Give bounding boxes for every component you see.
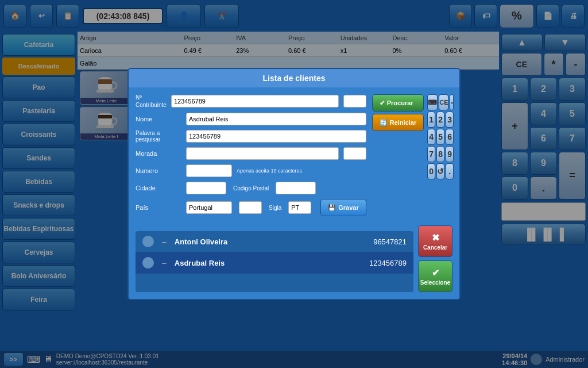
refresh-icon: 🔄 bbox=[380, 119, 388, 126]
modal-btn-dot[interactable]: . bbox=[446, 163, 454, 179]
nif-row: Nº Contribuinte bbox=[136, 94, 366, 108]
customer-nif-2: 123456789 bbox=[369, 259, 407, 267]
avatar-2 bbox=[142, 257, 154, 269]
modal-btn-6[interactable]: 6 bbox=[446, 129, 454, 145]
check-icon: ✔ bbox=[432, 267, 439, 278]
nome-label: Nome bbox=[136, 116, 181, 122]
procurar-button[interactable]: ✔ Procurar bbox=[372, 94, 424, 112]
customer-name-1: Antoni Oliveira bbox=[175, 237, 368, 246]
modal-dash-btn[interactable]: - bbox=[450, 94, 454, 110]
modal-btn-0[interactable]: 0 bbox=[427, 163, 435, 179]
sigla-label: Sigla bbox=[269, 205, 281, 211]
codigo-postal-input[interactable] bbox=[276, 182, 316, 194]
numero-input[interactable] bbox=[186, 164, 232, 177]
cancelar-button[interactable]: ✖ Cancelar bbox=[418, 225, 452, 257]
customer-nif-1: 96547821 bbox=[373, 237, 407, 246]
pais-input[interactable] bbox=[186, 201, 232, 214]
sigla-input[interactable] bbox=[288, 201, 311, 214]
cidade-label: Cidade bbox=[136, 185, 181, 191]
pais-extra-input[interactable] bbox=[239, 201, 262, 214]
customer-modal: Lista de clientes Nº Contribuinte bbox=[127, 68, 461, 300]
modal-btn-3[interactable]: 3 bbox=[446, 112, 454, 128]
cancel-icon: ✖ bbox=[432, 232, 439, 243]
modal-right-panel: ✔ Procurar 🔄 Reiniciar ⌨ CE - bbox=[372, 94, 454, 221]
avatar-1 bbox=[142, 236, 154, 247]
cidade-input[interactable] bbox=[186, 182, 226, 194]
modal-form-buttons: ✔ Procurar 🔄 Reiniciar bbox=[372, 94, 424, 221]
nome-row: Nome bbox=[136, 113, 366, 125]
modal-overlay: Lista de clientes Nº Contribuinte bbox=[0, 0, 588, 368]
morada-label: Morada bbox=[136, 150, 181, 157]
save-icon: 💾 bbox=[328, 204, 336, 212]
check-icon: ✔ bbox=[380, 99, 385, 107]
results-list: – Antoni Oliveira 96547821 – Asdrubal Re… bbox=[136, 231, 413, 292]
modal-btn-7[interactable]: 7 bbox=[427, 146, 435, 162]
contribuinte-extra-input[interactable] bbox=[343, 95, 366, 108]
modal-title: Lista de clientes bbox=[129, 69, 459, 87]
reiniciar-button[interactable]: 🔄 Reiniciar bbox=[372, 114, 424, 131]
modal-numpad: ⌨ CE - 1 2 3 4 5 6 7 8 bbox=[427, 94, 454, 221]
nif-label: Nº bbox=[136, 94, 167, 101]
result-row-2[interactable]: – Asdrubal Reis 123456789 bbox=[136, 252, 413, 274]
modal-btn-5[interactable]: 5 bbox=[436, 129, 444, 145]
contribuinte-label: Contribuinte bbox=[136, 102, 167, 108]
cidade-row: Cidade Codigo Postal bbox=[136, 182, 366, 194]
contribuinte-input[interactable] bbox=[171, 95, 339, 108]
modal-btn-9[interactable]: 9 bbox=[446, 146, 454, 162]
modal-form: Nº Contribuinte Nome Palavra a pesquisar bbox=[136, 94, 366, 221]
palavra-input[interactable] bbox=[186, 130, 366, 143]
numero-row: Numero Apenas aceita 10 caracteres bbox=[136, 164, 366, 177]
modal-btn-8[interactable]: 8 bbox=[436, 146, 444, 162]
modal-btn-rotate[interactable]: ↺ bbox=[436, 163, 444, 179]
morada-extra-input[interactable] bbox=[343, 147, 366, 160]
customer-name-2: Asdrubal Reis bbox=[175, 259, 363, 267]
pais-row: País Sigla 💾 Gravar bbox=[136, 199, 366, 216]
minus-icon-1: – bbox=[162, 237, 167, 246]
morada-row: Morada bbox=[136, 147, 366, 160]
codigo-postal-label: Codigo Postal bbox=[233, 185, 269, 191]
results-empty-space bbox=[136, 274, 413, 291]
morada-input[interactable] bbox=[186, 147, 339, 160]
modal-btn-2[interactable]: 2 bbox=[436, 112, 444, 128]
minus-icon-2: – bbox=[162, 258, 167, 267]
gravar-button[interactable]: 💾 Gravar bbox=[320, 199, 366, 216]
palavra-row: Palavra a pesquisar bbox=[136, 130, 366, 143]
modal-btn-1[interactable]: 1 bbox=[427, 112, 435, 128]
modal-btn-4[interactable]: 4 bbox=[427, 129, 435, 145]
modal-body: Nº Contribuinte Nome Palavra a pesquisar bbox=[129, 87, 459, 299]
results-section: – Antoni Oliveira 96547821 – Asdrubal Re… bbox=[136, 225, 452, 292]
modal-ce-btn[interactable]: CE bbox=[439, 94, 448, 110]
result-row-1[interactable]: – Antoni Oliveira 96547821 bbox=[136, 231, 413, 252]
nome-input[interactable] bbox=[186, 113, 366, 125]
palavra-label: Palavra a pesquisar bbox=[136, 130, 181, 143]
numero-hint: Apenas aceita 10 caracteres bbox=[237, 168, 366, 174]
seleccione-button[interactable]: ✔ Seleccione bbox=[418, 260, 452, 292]
modal-action-buttons: ✖ Cancelar ✔ Seleccione bbox=[418, 225, 452, 292]
pais-label: País bbox=[136, 204, 181, 211]
modal-keyboard-btn[interactable]: ⌨ bbox=[427, 94, 438, 110]
numero-label: Numero bbox=[136, 167, 181, 174]
